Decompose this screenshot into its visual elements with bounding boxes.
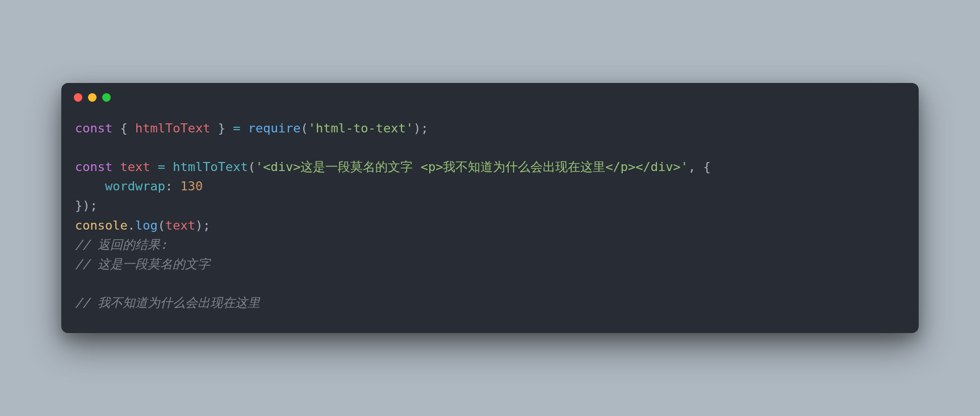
maximize-icon[interactable] bbox=[102, 93, 111, 102]
dot: . bbox=[128, 218, 135, 232]
identifier-htmlToText: htmlToText bbox=[135, 121, 210, 135]
colon: : bbox=[165, 179, 181, 193]
method-log: log bbox=[135, 218, 158, 232]
string-module: 'html-to-text' bbox=[308, 121, 413, 135]
property-wordwrap: wordwrap bbox=[105, 179, 165, 193]
object-console: console bbox=[75, 218, 128, 232]
brace-close: } bbox=[210, 121, 233, 135]
paren-close-semi: ); bbox=[195, 218, 211, 232]
keyword-const: const bbox=[75, 121, 112, 135]
operator-equals: = bbox=[158, 160, 173, 174]
number-130: 130 bbox=[180, 179, 203, 193]
window-titlebar bbox=[61, 83, 919, 107]
comment-line-2: // 这是一段莫名的文字 bbox=[75, 257, 210, 271]
code-line-1: const { htmlToText } = require('html-to-… bbox=[75, 121, 429, 135]
comma-brace: , { bbox=[688, 160, 711, 174]
arg-text: text bbox=[165, 218, 195, 232]
comment-line-1: // 返回的结果: bbox=[75, 238, 167, 252]
identifier-text: text bbox=[120, 160, 150, 174]
function-require: require bbox=[248, 121, 301, 135]
paren-close-semi: ); bbox=[413, 121, 429, 135]
operator-equals: = bbox=[233, 121, 248, 135]
code-line-4: wordwrap: 130 bbox=[75, 179, 203, 193]
code-line-3: const text = htmlToText('<div>这是一段莫名的文字 … bbox=[75, 160, 711, 174]
close-icon[interactable] bbox=[74, 93, 82, 102]
paren-open: ( bbox=[248, 160, 256, 174]
paren-open: ( bbox=[158, 218, 165, 232]
code-line-6: console.log(text); bbox=[75, 218, 210, 232]
paren-open: ( bbox=[300, 121, 308, 135]
function-htmlToText: htmlToText bbox=[173, 160, 248, 174]
keyword-const: const bbox=[75, 160, 112, 174]
code-window: const { htmlToText } = require('html-to-… bbox=[61, 83, 919, 333]
brace-open: { bbox=[112, 121, 135, 135]
close-brace-paren-semi: }); bbox=[75, 198, 98, 213]
comment-line-3: // 我不知道为什么会出现在这里 bbox=[75, 296, 260, 310]
string-html-arg: '<div>这是一段莫名的文字 <p>我不知道为什么会出现在这里</p></di… bbox=[256, 160, 688, 174]
code-line-5: }); bbox=[75, 198, 98, 213]
minimize-icon[interactable] bbox=[88, 93, 97, 102]
code-block: const { htmlToText } = require('html-to-… bbox=[61, 107, 919, 333]
